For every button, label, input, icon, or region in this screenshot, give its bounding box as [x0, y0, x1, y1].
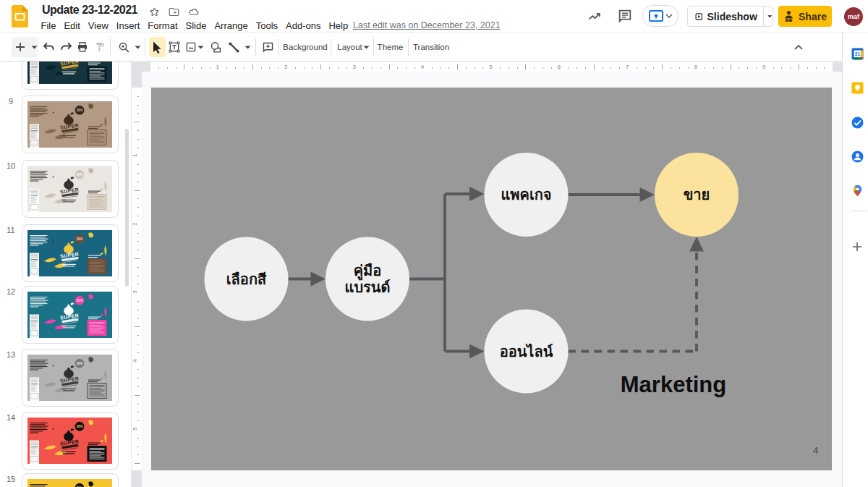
google-maps-icon[interactable]: [851, 185, 864, 197]
diagram-node-online[interactable]: ออนไลน์: [485, 310, 569, 394]
ruler-tick: [551, 67, 552, 69]
ruler-number: 3: [132, 290, 138, 293]
google-keep-icon[interactable]: [851, 82, 864, 94]
ruler-tick: [135, 463, 140, 464]
ruler-number: 7: [626, 64, 629, 70]
slideshow-dropdown-caret[interactable]: [767, 14, 773, 19]
layout-dropdown-caret[interactable]: [362, 33, 370, 61]
get-add-ons-icon[interactable]: [851, 241, 863, 253]
ruler-tick: [432, 67, 433, 69]
ruler-tick: [137, 386, 139, 387]
slide-thumbnail-14[interactable]: 14SUPER28%: [0, 412, 132, 470]
ruler-tick: [816, 67, 817, 69]
background-button[interactable]: Background: [286, 33, 325, 61]
menu-file[interactable]: File: [37, 20, 60, 31]
ruler-tick: [235, 67, 236, 69]
menu-arrange[interactable]: Arrange: [210, 20, 252, 31]
toolbar-separator: [145, 38, 145, 56]
slide-thumbnail-card[interactable]: SUPER28%: [22, 286, 119, 344]
menu-format[interactable]: Format: [144, 20, 182, 31]
slide-thumbnail-card[interactable]: SUPER28%: [22, 62, 119, 90]
slide-thumbnail-9[interactable]: 9SUPER28%: [0, 96, 132, 153]
slide-thumbnail-card[interactable]: SUPER28%: [22, 160, 119, 218]
slide-thumbnail-image: SUPER28%: [27, 230, 112, 276]
print-button[interactable]: [76, 33, 88, 61]
ruler-tick: [137, 198, 139, 199]
ruler-tick: [713, 67, 714, 69]
zoom-dropdown-caret[interactable]: [134, 33, 141, 61]
slideshow-button[interactable]: Slideshow: [687, 6, 773, 27]
diagram-node-brand-guide[interactable]: คู่มือแบรนด์: [326, 237, 409, 321]
ruler-tick: [137, 301, 139, 302]
slide-canvas[interactable]: เลือกสีคู่มือแบรนด์แพคเกจออนไลน์ขาย Mark…: [151, 88, 832, 470]
slide-thumbnail-8[interactable]: 8SUPER28%: [0, 62, 132, 90]
ruler-tick: [679, 67, 680, 69]
share-button[interactable]: Share: [778, 6, 832, 27]
toolbar-separator: [331, 38, 331, 56]
layout-button[interactable]: Layout: [338, 33, 362, 61]
google-slides-app: Update 23-12-2021 FileEditViewInsertForm…: [0, 0, 868, 487]
line-button[interactable]: [227, 33, 240, 61]
slide-thumbnail-card[interactable]: SUPER28%: [22, 224, 119, 282]
new-slide-dropdown-caret[interactable]: [30, 33, 38, 61]
present-button[interactable]: [642, 5, 678, 27]
slide-thumbnail-13[interactable]: 13SUPER28%: [0, 349, 132, 407]
slide-thumbnail-card[interactable]: SUPER28%: [22, 473, 119, 487]
insert-comment-button[interactable]: [261, 33, 275, 61]
google-tasks-icon[interactable]: [851, 117, 864, 129]
marketing-caption[interactable]: Marketing: [621, 372, 726, 397]
slide-number: 13: [4, 350, 17, 359]
ruler-tick: [320, 64, 321, 69]
theme-button[interactable]: Theme: [379, 33, 401, 61]
comments-icon[interactable]: [617, 8, 633, 24]
hide-menus-button[interactable]: [791, 33, 806, 61]
menu-insert[interactable]: Insert: [112, 20, 144, 31]
ruler-tick: [466, 67, 467, 69]
move-to-folder-icon[interactable]: [169, 7, 179, 17]
insert-image-dropdown-caret[interactable]: [197, 33, 204, 61]
zoom-button[interactable]: [117, 33, 131, 61]
line-dropdown-caret[interactable]: [244, 33, 251, 61]
slide-thumbnail-card[interactable]: SUPER28%: [22, 96, 119, 153]
slide-thumbnail-15[interactable]: 15SUPER28%: [0, 473, 132, 487]
text-box-button[interactable]: [168, 33, 181, 61]
slide-diagram: เลือกสีคู่มือแบรนด์แพคเกจออนไลน์ขาย Mark…: [151, 88, 832, 470]
menu-view[interactable]: View: [84, 20, 112, 31]
transition-button[interactable]: Transition: [414, 33, 448, 61]
cloud-status-icon[interactable]: [188, 7, 199, 17]
ruler-tick: [137, 113, 139, 114]
google-calendar-icon[interactable]: 31: [851, 48, 864, 60]
slide-thumbnail-card[interactable]: SUPER28%: [22, 412, 119, 470]
redo-button[interactable]: [59, 33, 72, 61]
slide-thumbnail-11[interactable]: 11SUPER28%: [0, 224, 132, 282]
diagram-node-choose-color[interactable]: เลือกสี: [205, 237, 289, 321]
ruler-tick: [135, 395, 140, 396]
ruler-tick: [137, 233, 139, 234]
menu-slide[interactable]: Slide: [182, 20, 210, 31]
google-contacts-icon[interactable]: [851, 151, 864, 163]
menu-edit[interactable]: Edit: [60, 20, 84, 31]
new-slide-button[interactable]: [14, 33, 26, 61]
slide-thumbnail-12[interactable]: 12SUPER28%: [0, 286, 132, 344]
menu-tools[interactable]: Tools: [252, 20, 281, 31]
menu-addons[interactable]: Add-ons: [282, 20, 325, 31]
diagram-node-sell[interactable]: ขาย: [655, 153, 739, 237]
ruler-outside-slide-shade: [142, 62, 150, 72]
slide-thumbnail-card[interactable]: SUPER28%: [22, 349, 119, 407]
document-title[interactable]: Update 23-12-2021: [42, 4, 137, 17]
insert-image-button[interactable]: [184, 33, 197, 61]
menu-help[interactable]: Help: [325, 20, 352, 31]
slides-logo[interactable]: [12, 5, 28, 27]
paint-format-button[interactable]: [93, 33, 106, 61]
ruler-tick: [722, 67, 723, 69]
ruler-tick: [645, 67, 646, 69]
shape-button[interactable]: [209, 33, 222, 61]
diagram-node-package[interactable]: แพคเกจ: [485, 153, 569, 237]
select-tool-button[interactable]: [151, 33, 163, 61]
account-avatar[interactable]: maf: [844, 7, 863, 26]
last-edit-link[interactable]: Last edit was on December 23, 2021: [353, 20, 501, 30]
slide-thumbnail-10[interactable]: 10SUPER28%: [0, 160, 132, 218]
undo-button[interactable]: [42, 33, 55, 61]
activity-dashboard-icon[interactable]: [587, 8, 603, 24]
star-icon[interactable]: [149, 7, 160, 17]
